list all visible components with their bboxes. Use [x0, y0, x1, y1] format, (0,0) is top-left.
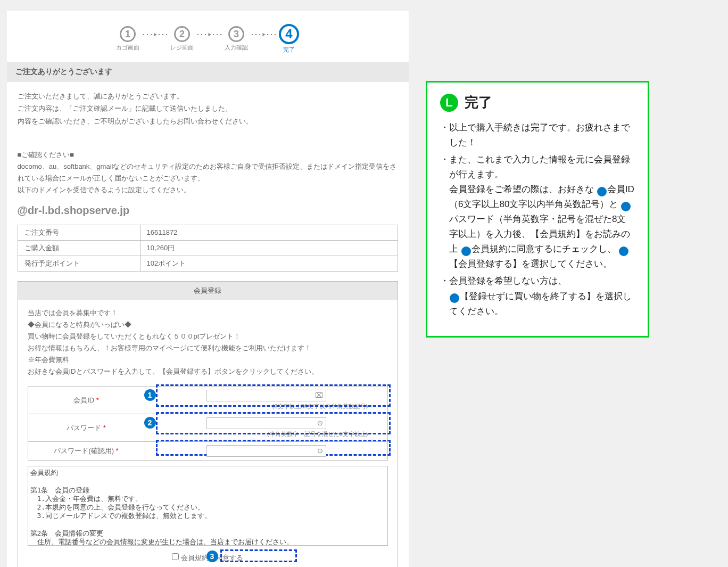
inline-1-icon: 1 — [597, 187, 607, 196]
instruction-panel: L 完了 ・以上で購入手続きは完了です。お疲れさまでした！ ・また、これまで入力… — [426, 81, 649, 338]
thank-you-body: ご注文いただきまして、誠にありがとうございます。 ご注文内容は、「ご注文確認メー… — [7, 82, 409, 130]
instr-p2e: 会員規約に同意するにチェックし、 — [471, 244, 616, 254]
table-row: パスワード * 2 ⊙ (半角英数字・記号を混ぜた8文字以上) — [28, 414, 387, 442]
thank-line-2: ご注文内容は、「ご注文確認メール」に記載して送信いたしました。 — [18, 102, 398, 114]
order-amount-value: 10,260円 — [140, 240, 398, 256]
step-1-label: カゴ画面 — [116, 44, 139, 52]
confirm-body-1: docomo、au、softbank、gmailなどのセキュリティ設定のためお客… — [18, 161, 398, 184]
instruction-body: ・以上で購入手続きは完了です。お疲れさまでした！ ・また、これまで入力した情報を… — [440, 120, 635, 319]
instr-p2: ・また、これまで入力した情報を元に会員登録が行えます。 会員登録をご希望の際は、… — [440, 152, 635, 272]
step-dots: ･･･‣･･･ — [194, 30, 225, 48]
step-1-circle: 1 — [120, 26, 136, 42]
inline-5-icon: 5 — [450, 293, 459, 303]
registration-panel: 会員登録 当店では会員を募集中です！ ◆会員になると特典がいっぱい◆ 買い物時に… — [18, 281, 398, 567]
password-confirm-input[interactable] — [206, 445, 326, 457]
inline-4-icon: 4 — [619, 246, 628, 256]
inline-3-icon: 3 — [461, 246, 471, 256]
instr-p2b: 会員登録をご希望の際は、お好きな — [449, 184, 594, 194]
order-amount-label: ご購入金額 — [18, 240, 140, 256]
password-hint: (半角英数字・記号を混ぜた8文字以上) — [151, 430, 382, 438]
agree-row: 3 会員規約に同意する — [18, 550, 398, 567]
instr-p3b: 【登録せずに買い物を終了する】を選択してください。 — [449, 291, 632, 316]
confirm-body-2: 以下のドメインを受信できるように設定してください。 — [18, 184, 398, 196]
registration-title: 会員登録 — [18, 282, 398, 300]
white-panel: 1カゴ画面 ･･･‣･･･ 2レジ画面 ･･･‣･･･ 3入力確認 ･･･‣･･… — [7, 11, 409, 567]
order-summary-table: ご注文番号16611872 ご購入金額10,260円 発行予定ポイント102ポイ… — [18, 225, 398, 272]
required-mark: * — [96, 396, 99, 404]
section-l-badge: L — [440, 94, 458, 112]
step-2-circle: 2 — [174, 26, 190, 42]
password-confirm-label: パスワード(確認用) — [54, 447, 114, 455]
reg-line-3: 買い物時に会員登録をしていただくともれなく５００ptプレゼント！ — [28, 331, 388, 342]
table-row: 会員ID * 1 ⌧ (6文字以上80文字以内半角英数記号) — [28, 387, 387, 414]
thank-line-3: 内容をご確認いただき、ご不明点がございましたらお問い合わせください。 — [18, 115, 398, 127]
marker-2-icon: 2 — [144, 417, 156, 429]
confirm-block: ■ご確認ください■ docomo、au、softbank、gmailなどのセキュ… — [7, 130, 409, 201]
thank-you-header: ご注文ありがとうございます — [7, 62, 409, 82]
instr-p1: ・以上で購入手続きは完了です。お疲れさまでした！ — [440, 120, 635, 150]
step-4-label: 完了 — [279, 46, 299, 54]
thank-line-1: ご注文いただきまして、誠にありがとうございます。 — [18, 90, 398, 102]
reg-line-5: ※年会費無料 — [28, 354, 388, 366]
step-dots: ･･･‣･･･ — [139, 30, 170, 48]
instr-p2a: ・また、これまで入力した情報を元に会員登録が行えます。 — [440, 154, 630, 179]
inline-2-icon: 2 — [621, 202, 631, 211]
reg-line-6: お好きな会員IDとパスワードを入力して、【会員登録する】ボタンをクリックしてくだ… — [28, 366, 388, 377]
step-3-circle: 3 — [228, 26, 244, 42]
registration-body: 当店では会員を募集中です！ ◆会員になると特典がいっぱい◆ 買い物時に会員登録を… — [18, 300, 398, 383]
member-id-hint: (6文字以上80文字以内半角英数記号) — [151, 402, 382, 410]
required-mark: * — [116, 447, 119, 455]
agree-checkbox[interactable] — [172, 553, 179, 560]
member-id-label: 会員ID — [73, 396, 94, 404]
reg-line-4: お得な情報はもちろん、！お客様専用のマイページにて便利な機能をご利用いただけます… — [28, 342, 388, 354]
order-number-value: 16611872 — [140, 225, 398, 240]
terms-textarea[interactable] — [28, 466, 388, 546]
marker-1-icon: 1 — [144, 389, 156, 401]
instr-p2f: 【会員登録する】を選択してください。 — [449, 259, 612, 269]
main-content: 1カゴ画面 ･･･‣･･･ 2レジ画面 ･･･‣･･･ 3入力確認 ･･･‣･･… — [0, 0, 415, 567]
instr-p3: ・会員登録を希望しない方は、 5【登録せずに買い物を終了する】を選択してください… — [440, 274, 635, 318]
step-3-label: 入力確認 — [225, 44, 248, 52]
confirm-title: ■ご確認ください■ — [18, 149, 398, 161]
instr-p3a: ・会員登録を希望しない方は、 — [440, 276, 567, 286]
table-row: パスワード(確認用) * ⊙ — [28, 442, 387, 461]
registration-form-table: 会員ID * 1 ⌧ (6文字以上80文字以内半角英数記号) パスワード * — [28, 386, 388, 461]
table-row: ご購入金額10,260円 — [18, 240, 398, 256]
step-dots: ･･･‣･･･ — [248, 30, 279, 48]
progress-stepper: 1カゴ画面 ･･･‣･･･ 2レジ画面 ･･･‣･･･ 3入力確認 ･･･‣･･… — [7, 11, 409, 62]
table-row: ご注文番号16611872 — [18, 225, 398, 240]
reg-line-2: ◆会員になると特典がいっぱい◆ — [28, 319, 388, 331]
table-row: 発行予定ポイント102ポイント — [18, 256, 398, 271]
instruction-title: 完了 — [465, 93, 492, 112]
required-mark: * — [103, 424, 106, 432]
reg-line-1: 当店では会員を募集中です！ — [28, 307, 388, 319]
password-label: パスワード — [67, 424, 101, 432]
points-label: 発行予定ポイント — [18, 256, 140, 271]
password-input[interactable] — [206, 417, 326, 429]
order-number-label: ご注文番号 — [18, 225, 140, 240]
domain-text: @dr-l.bd.shopserve.jp — [7, 202, 409, 222]
points-value: 102ポイント — [140, 256, 398, 271]
step-2-label: レジ画面 — [170, 44, 194, 52]
member-id-input[interactable] — [206, 390, 326, 401]
step-4-circle: 4 — [279, 24, 299, 44]
marker-3-icon: 3 — [206, 550, 218, 562]
